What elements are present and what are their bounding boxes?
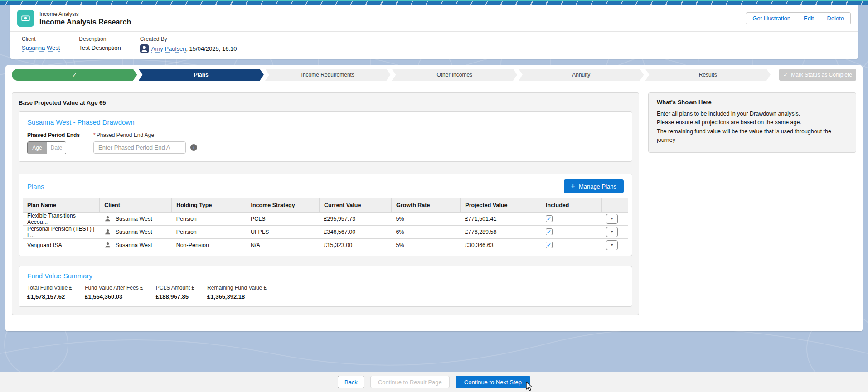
plan-name-cell: Vanguard ISA	[23, 238, 100, 252]
record-actions: Get Illustration Edit Delete	[746, 12, 851, 24]
remaining-fund-value: Remaining Fund Value £ £1,365,392.18	[207, 285, 267, 300]
mark-status-complete-button[interactable]: ✓ Mark Status as Complete	[779, 69, 856, 81]
info-line: The remaining fund value will be the val…	[657, 127, 848, 145]
table-row: Personal Pension (TEST) | F... Susanna W…	[23, 225, 628, 238]
top-texture-bar	[0, 0, 868, 5]
info-line: Please ensure all projections are based …	[657, 118, 848, 127]
phased-period-end-age-input[interactable]	[93, 141, 186, 154]
created-by-label: Created By	[140, 36, 237, 42]
plan-name-cell: Flexible Transitions Accou...	[23, 212, 100, 225]
person-icon	[104, 215, 111, 222]
info-line: Enter all plans to be included in your D…	[657, 110, 848, 118]
back-button[interactable]: Back	[338, 376, 364, 388]
description-value: Test Description	[79, 44, 121, 51]
plans-card: Plans + Manage Plans Plan Name Clien	[19, 174, 632, 256]
toggle-date-button[interactable]: Date	[47, 142, 66, 154]
income-strategy-cell: PCLS	[246, 212, 320, 225]
description-label: Description	[79, 36, 121, 42]
check-icon: ✓	[783, 72, 788, 78]
progress-path: ✓ Plans Income Requirements Other Income…	[12, 69, 856, 81]
projected-value-cell: £30,366.63	[461, 238, 541, 252]
main-card: ✓ Plans Income Requirements Other Income…	[5, 65, 863, 331]
toggle-age-button[interactable]: Age	[28, 142, 47, 154]
path-step-completed[interactable]: ✓	[12, 69, 137, 81]
current-value-cell: £346,567.00	[320, 225, 392, 238]
phased-period-ends-label: Phased Period Ends	[27, 132, 80, 138]
info-icon[interactable]: i	[190, 144, 197, 151]
growth-rate-cell: 6%	[392, 225, 461, 238]
path-step-other-incomes[interactable]: Other Incomes	[392, 69, 518, 81]
included-checkbox[interactable]: ✓	[546, 242, 553, 248]
continue-to-next-step-button[interactable]: Continue to Next Step	[456, 376, 530, 388]
path-step-results[interactable]: Results	[645, 69, 771, 81]
row-menu-button[interactable]: ▼	[606, 240, 618, 250]
table-row: Flexible Transitions Accou... Susanna We…	[23, 212, 628, 225]
pcls-amount: PCLS Amount £ £188,967.85	[156, 285, 194, 300]
person-icon	[104, 242, 111, 248]
end-age-label: Phased Period End Age	[97, 132, 154, 138]
col-included: Included	[541, 198, 602, 212]
included-checkbox[interactable]: ✓	[546, 215, 553, 222]
table-header-row: Plan Name Client Holding Type Income Str…	[23, 198, 628, 212]
current-value-cell: £15,323.00	[320, 238, 392, 252]
col-growth-rate: Growth Rate	[392, 198, 461, 212]
phased-drawdown-card: Susanna West - Phased Drawdown Phased Pe…	[19, 111, 632, 162]
col-projected-value: Projected Value	[461, 198, 541, 212]
path-step-income-requirements[interactable]: Income Requirements	[265, 69, 391, 81]
phased-drawdown-title: Susanna West - Phased Drawdown	[27, 118, 624, 126]
projected-value-cell: £776,289.58	[461, 225, 541, 238]
path-step-annuity[interactable]: Annuity	[519, 69, 644, 81]
client-cell: Susanna West	[116, 242, 152, 248]
cursor-pointer-icon	[524, 382, 533, 392]
path-step-plans[interactable]: Plans	[139, 69, 264, 81]
avatar	[140, 44, 149, 53]
continue-to-result-page-button: Continue to Result Page	[370, 376, 450, 388]
projected-value-cell: £771,501.41	[461, 212, 541, 225]
check-icon: ✓	[72, 72, 77, 78]
fund-value-after-fees: Fund Value After Fees £ £1,554,360.03	[85, 285, 143, 300]
plan-name-cell: Personal Pension (TEST) | F...	[23, 225, 100, 238]
client-label: Client	[22, 36, 60, 42]
client-cell: Susanna West	[116, 216, 152, 222]
whats-shown-here-title: What's Shown Here	[657, 99, 848, 106]
manage-plans-button[interactable]: + Manage Plans	[564, 179, 624, 193]
total-fund-value: Total Fund Value £ £1,578,157.62	[27, 285, 72, 300]
plans-table: Plan Name Client Holding Type Income Str…	[23, 198, 628, 252]
client-link[interactable]: Susanna West	[22, 44, 60, 52]
fund-summary-title: Fund Value Summary	[27, 272, 624, 280]
period-ends-toggle: Age Date	[27, 141, 66, 154]
col-current-value: Current Value	[320, 198, 392, 212]
table-row: Vanguard ISA Susanna West Non-Pension N/…	[23, 238, 628, 252]
growth-rate-cell: 5%	[392, 212, 461, 225]
income-analysis-icon	[17, 10, 34, 27]
get-illustration-button[interactable]: Get Illustration	[746, 12, 797, 24]
plans-title: Plans	[27, 183, 44, 190]
background-area	[0, 331, 868, 372]
continue-to-next-step-label: Continue to Next Step	[464, 379, 522, 386]
whats-shown-here-panel: What's Shown Here Enter all plans to be …	[648, 92, 856, 153]
edit-button[interactable]: Edit	[797, 12, 820, 24]
row-menu-button[interactable]: ▼	[606, 227, 618, 237]
entity-label: Income Analysis	[39, 11, 131, 17]
growth-rate-cell: 5%	[392, 238, 461, 252]
person-icon	[104, 228, 111, 235]
footer-bar: Back Continue to Result Page Continue to…	[0, 372, 868, 392]
col-client: Client	[100, 198, 172, 212]
created-by-field: Created By Amy Paulsen, 15/04/2025, 16:1…	[140, 36, 237, 53]
manage-plans-label: Manage Plans	[579, 183, 616, 190]
fund-value-summary-card: Fund Value Summary Total Fund Value £ £1…	[19, 266, 632, 307]
delete-button[interactable]: Delete	[820, 12, 851, 24]
base-projected-value-panel: Base Projected Value at Age 65 Susanna W…	[12, 92, 639, 315]
row-menu-button[interactable]: ▼	[606, 214, 618, 224]
record-header-card: Income Analysis Income Analysis Research…	[10, 5, 858, 59]
description-field: Description Test Description	[79, 36, 121, 53]
col-income-strategy: Income Strategy	[246, 198, 320, 212]
plus-icon: +	[571, 182, 575, 190]
included-checkbox[interactable]: ✓	[546, 228, 553, 235]
income-strategy-cell: UFPLS	[246, 225, 320, 238]
col-plan-name: Plan Name	[23, 198, 100, 212]
holding-type-cell: Pension	[172, 212, 246, 225]
created-datetime: , 15/04/2025, 16:10	[186, 45, 237, 52]
created-by-link[interactable]: Amy Paulsen	[151, 45, 186, 53]
income-strategy-cell: N/A	[246, 238, 320, 252]
